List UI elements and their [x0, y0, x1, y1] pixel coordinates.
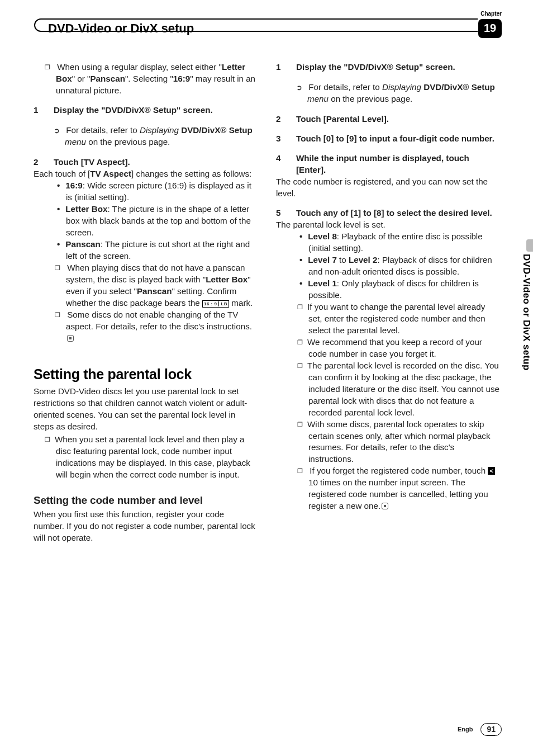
step-text: Display the "DVD/DivX® Setup" screen. [296, 62, 499, 73]
aspect-option-letterbox: Letter Box: The picture is in the shape … [34, 204, 257, 239]
step-number: 4 [276, 153, 296, 176]
step-text: Display the "DVD/DivX® Setup" screen. [54, 105, 257, 116]
intro-note: When using a regular display, select eit… [34, 62, 257, 97]
step-text: Touch [Parental Level]. [296, 114, 499, 125]
step-number: 2 [34, 157, 54, 168]
page-header: DVD-Video or DivX setup [34, 18, 468, 40]
note-forget-code: If you forget the registered code number… [276, 465, 499, 512]
aspect-option-panscan: Panscan: The picture is cut short at the… [34, 239, 257, 262]
step-number: 5 [276, 207, 296, 219]
footer-page-number: 91 [480, 723, 502, 736]
lb-mark-icon: 16 : 9LB [202, 300, 229, 308]
section-end-icon [67, 335, 74, 342]
step-number: 1 [34, 105, 54, 116]
step-1: 1 Display the "DVD/DivX® Setup" screen. [276, 62, 499, 73]
step-body: The code number is registered, and you c… [276, 176, 499, 200]
side-tab-nub [526, 239, 533, 252]
step-body: Each touch of [TV Aspect] changes the se… [34, 168, 257, 180]
aspect-note: Some discs do not enable changing of the… [34, 309, 257, 344]
footer-language: Engb [458, 725, 473, 734]
step-text: Touch [0] to [9] to input a four-digit c… [296, 133, 499, 145]
level-7-2: Level 7 to Level 2: Playback of discs fo… [276, 254, 499, 278]
chapter-label: Chapter [468, 10, 502, 18]
step-number: 3 [276, 133, 296, 145]
step-1: 1 Display the "DVD/DivX® Setup" screen. [34, 105, 257, 116]
section-parental-lock: Setting the parental lock [34, 365, 257, 384]
note-record-code: We recommend that you keep a record of y… [276, 337, 499, 360]
step-3: 3 Touch [0] to [9] to input a four-digit… [276, 133, 499, 145]
page-footer: Engb 91 [458, 723, 502, 736]
step-5: 5 Touch any of [1] to [8] to select the … [276, 207, 499, 219]
column-right: 1 Display the "DVD/DivX® Setup" screen. … [276, 62, 499, 544]
level-8: Level 8: Playback of the entire disc is … [276, 231, 499, 254]
section-body: Some DVD-Video discs let you use parenta… [34, 386, 257, 433]
step-subnote: For details, refer to Displaying DVD/Div… [34, 125, 257, 148]
chapter-indicator: Chapter 19 [468, 10, 502, 38]
side-tab-label: DVD-Video or DivX setup [520, 254, 533, 371]
subsection-code-level: Setting the code number and level [34, 493, 257, 508]
note-skip-scenes: With some discs, parental lock operates … [276, 419, 499, 466]
step-number: 2 [276, 114, 296, 125]
section-note: When you set a parental lock level and t… [34, 434, 257, 481]
step-subnote: For details, refer to Displaying DVD/Div… [276, 82, 499, 105]
section-end-icon [382, 503, 388, 509]
panscan-note: When playing discs that do not have a pa… [34, 262, 257, 309]
back-key-icon: < [488, 467, 494, 475]
step-4: 4 While the input number is displayed, t… [276, 153, 499, 176]
page-title: DVD-Video or DivX setup [48, 20, 194, 37]
note-change-level: If you want to change the parental level… [276, 301, 499, 337]
aspect-option-169: 16:9: Wide screen picture (16:9) is disp… [34, 180, 257, 204]
chapter-badge: 19 [478, 19, 502, 39]
note-level-on-disc: The parental lock level is recorded on t… [276, 360, 499, 419]
step-text: While the input number is displayed, tou… [296, 153, 499, 176]
step-2: 2 Touch [TV Aspect]. [34, 157, 257, 168]
step-body: The parental lock level is set. [276, 219, 499, 231]
step-text: Touch [TV Aspect]. [54, 157, 257, 168]
level-1: Level 1: Only playback of discs for chil… [276, 278, 499, 301]
step-2: 2 Touch [Parental Level]. [276, 114, 499, 125]
column-left: When using a regular display, select eit… [34, 62, 257, 544]
step-text: Touch any of [1] to [8] to select the de… [296, 207, 499, 219]
step-number: 1 [276, 62, 296, 73]
subsection-body: When you first use this function, regist… [34, 509, 257, 544]
